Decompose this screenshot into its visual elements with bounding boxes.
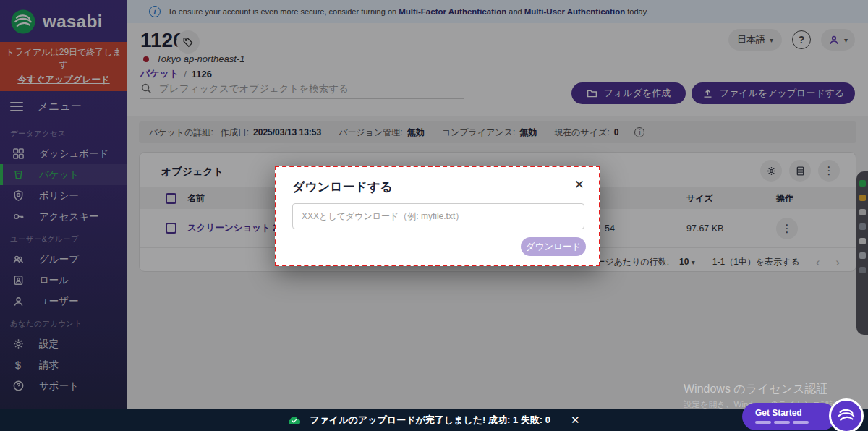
close-icon[interactable]: ✕	[571, 414, 580, 427]
download-filename-input[interactable]	[292, 203, 584, 229]
cloud-check-icon	[288, 415, 301, 425]
get-started-label: Get Started	[755, 408, 802, 418]
download-dialog: ダウンロードする ✕ ダウンロード	[275, 166, 600, 266]
wasabi-assistant-button[interactable]	[829, 398, 864, 431]
get-started-widget[interactable]: Get Started	[742, 403, 836, 430]
upload-toast: ファイルのアップロードが完了しました! 成功: 1 失敗: 0 ✕	[0, 409, 868, 431]
close-icon[interactable]: ✕	[574, 179, 584, 191]
download-button[interactable]: ダウンロード	[521, 237, 586, 256]
screen: wasabi トライアルは29日で終了します 今すぐアップグレード メニュー デ…	[0, 0, 868, 431]
dialog-title: ダウンロードする	[292, 179, 393, 195]
wasabi-logo-icon	[834, 404, 859, 428]
toast-message: ファイルのアップロードが完了しました! 成功: 1 失敗: 0	[310, 414, 550, 427]
progress-dashes	[755, 421, 809, 424]
